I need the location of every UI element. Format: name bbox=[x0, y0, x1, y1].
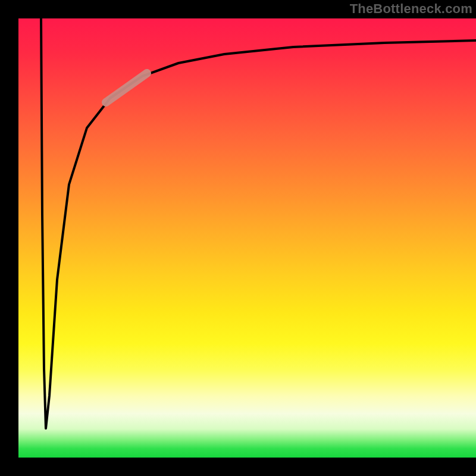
chart-frame: TheBottleneck.com bbox=[0, 0, 476, 476]
plot-area bbox=[18, 18, 476, 458]
watermark-text: TheBottleneck.com bbox=[350, 1, 472, 17]
